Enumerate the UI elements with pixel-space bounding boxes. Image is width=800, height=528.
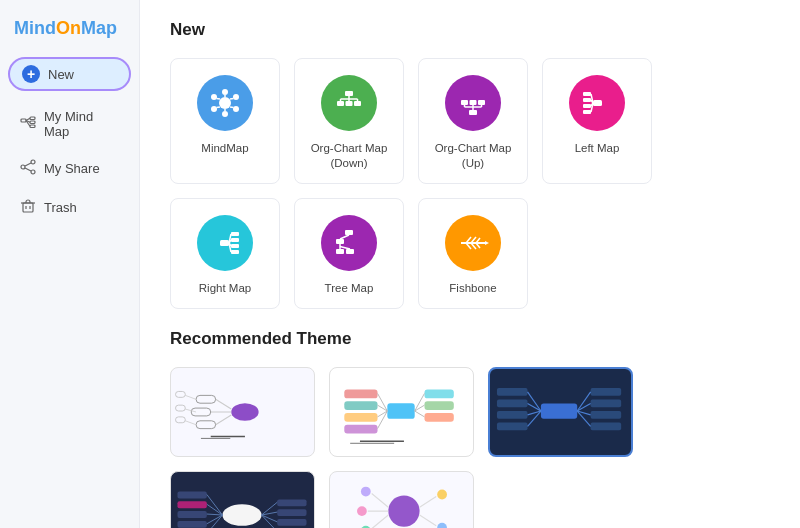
svg-line-125 xyxy=(577,392,590,411)
org-down-label: Org-Chart Map (Down) xyxy=(305,141,393,171)
mindmap-icon xyxy=(197,75,253,131)
recommended-section-title: Recommended Theme xyxy=(170,329,770,349)
svg-rect-58 xyxy=(231,238,239,242)
svg-rect-40 xyxy=(470,100,477,105)
tree-map-icon xyxy=(321,215,377,271)
theme-card-2[interactable] xyxy=(329,367,474,457)
svg-rect-112 xyxy=(541,403,577,418)
svg-rect-41 xyxy=(478,100,485,105)
svg-rect-67 xyxy=(336,249,344,254)
map-card-tree-map[interactable]: Tree Map xyxy=(294,198,404,309)
svg-line-10 xyxy=(25,163,31,166)
svg-line-87 xyxy=(185,395,196,399)
svg-line-146 xyxy=(262,515,278,522)
org-up-icon xyxy=(445,75,501,131)
svg-rect-85 xyxy=(191,408,211,416)
svg-point-153 xyxy=(357,506,367,516)
svg-point-7 xyxy=(21,165,25,169)
svg-line-121 xyxy=(528,392,541,411)
svg-rect-114 xyxy=(497,399,528,407)
sidebar-item-new[interactable]: + New xyxy=(8,57,131,91)
svg-rect-66 xyxy=(336,239,344,244)
svg-rect-119 xyxy=(591,411,622,419)
theme-card-4[interactable] xyxy=(170,471,315,528)
svg-rect-115 xyxy=(497,411,528,419)
svg-rect-137 xyxy=(277,519,306,526)
new-section-title: New xyxy=(170,20,770,40)
svg-rect-96 xyxy=(344,389,377,398)
svg-rect-132 xyxy=(177,511,206,518)
sidebar-item-label: Trash xyxy=(44,200,77,215)
fishbone-label: Fishbone xyxy=(449,281,496,296)
svg-rect-60 xyxy=(231,250,239,254)
tree-map-label: Tree Map xyxy=(325,281,374,296)
svg-rect-49 xyxy=(583,98,591,102)
svg-line-149 xyxy=(372,493,389,507)
svg-line-142 xyxy=(207,515,223,524)
svg-rect-59 xyxy=(231,244,239,248)
sidebar-item-trash[interactable]: Trash xyxy=(6,189,133,226)
svg-line-143 xyxy=(207,515,223,528)
svg-line-156 xyxy=(420,515,437,526)
svg-rect-130 xyxy=(177,491,206,498)
fishbone-icon xyxy=(445,215,501,271)
map-card-org-up[interactable]: Org-Chart Map (Up) xyxy=(418,58,528,184)
map-card-left-map[interactable]: Left Map xyxy=(542,58,652,184)
svg-rect-97 xyxy=(344,401,377,410)
map-card-fishbone[interactable]: Fishbone xyxy=(418,198,528,309)
left-map-icon xyxy=(569,75,625,131)
map-card-org-down[interactable]: Org-Chart Map (Down) xyxy=(294,58,404,184)
theme-card-3[interactable] xyxy=(488,367,633,457)
svg-rect-90 xyxy=(176,405,186,411)
trash-icon xyxy=(20,198,36,217)
theme-grid xyxy=(170,367,770,528)
svg-rect-56 xyxy=(220,240,229,246)
svg-point-22 xyxy=(211,94,217,100)
svg-rect-117 xyxy=(591,388,622,396)
logo-area: MindOnMap xyxy=(0,8,139,53)
svg-line-91 xyxy=(185,421,196,425)
svg-rect-92 xyxy=(176,417,186,423)
svg-line-89 xyxy=(185,409,196,412)
svg-rect-120 xyxy=(591,422,622,430)
svg-line-139 xyxy=(207,494,223,515)
svg-rect-116 xyxy=(497,422,528,430)
svg-rect-100 xyxy=(424,389,453,398)
sidebar-item-my-mind-map[interactable]: My Mind Map xyxy=(6,100,133,148)
svg-point-80 xyxy=(231,403,258,421)
sidebar-item-my-share[interactable]: My Share xyxy=(6,150,133,187)
map-card-right-map[interactable]: Right Map xyxy=(170,198,280,309)
sidebar: MindOnMap + New My Mind Map xyxy=(0,0,140,528)
svg-line-81 xyxy=(216,399,232,409)
svg-rect-31 xyxy=(346,101,353,106)
sidebar-item-label: My Share xyxy=(44,161,100,176)
svg-rect-88 xyxy=(176,391,186,397)
app-logo: MindOnMap xyxy=(14,18,117,38)
svg-point-157 xyxy=(437,489,447,499)
map-card-mindmap[interactable]: MindMap xyxy=(170,58,280,184)
svg-rect-68 xyxy=(346,249,354,254)
svg-point-8 xyxy=(31,160,35,164)
svg-rect-47 xyxy=(593,100,602,106)
svg-rect-65 xyxy=(345,230,353,235)
svg-point-19 xyxy=(233,106,239,112)
svg-line-155 xyxy=(420,496,437,507)
theme-card-5[interactable] xyxy=(329,471,474,528)
right-map-label: Right Map xyxy=(199,281,251,296)
share-icon xyxy=(20,159,36,178)
svg-line-151 xyxy=(372,515,389,528)
svg-rect-57 xyxy=(231,232,239,236)
svg-point-148 xyxy=(388,495,419,526)
right-map-icon xyxy=(197,215,253,271)
svg-rect-133 xyxy=(177,521,206,528)
svg-rect-95 xyxy=(387,403,414,419)
svg-rect-29 xyxy=(345,91,353,96)
svg-rect-30 xyxy=(337,101,344,106)
svg-line-25 xyxy=(230,107,234,108)
svg-line-28 xyxy=(217,99,221,100)
svg-point-20 xyxy=(222,111,228,117)
theme-card-1[interactable] xyxy=(170,367,315,457)
svg-point-21 xyxy=(211,106,217,112)
svg-line-71 xyxy=(340,246,350,249)
svg-rect-50 xyxy=(583,104,591,108)
